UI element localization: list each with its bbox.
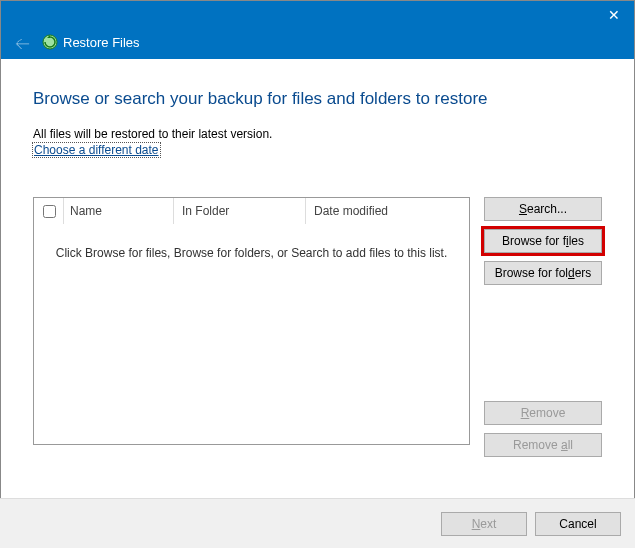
close-icon[interactable]: ✕ [608,7,620,23]
browse-files-button[interactable]: Browse for files [484,229,602,253]
page-heading: Browse or search your backup for files a… [33,89,602,109]
footer: Next Cancel [0,498,635,548]
files-list: Name In Folder Date modified Click Brows… [33,197,470,445]
select-all-checkbox[interactable] [43,205,56,218]
remove-button: Remove [484,401,602,425]
titlebar: ✕ 🡠 Restore Files [1,1,634,59]
column-checkbox[interactable] [34,198,64,224]
app-icon [41,33,59,51]
version-note: All files will be restored to their late… [33,127,602,141]
browse-folders-button[interactable]: Browse for folders [484,261,602,285]
column-in-folder[interactable]: In Folder [174,198,306,224]
next-button: Next [441,512,527,536]
choose-date-link[interactable]: Choose a different date [33,143,160,157]
search-button[interactable]: Search... [484,197,602,221]
back-icon[interactable]: 🡠 [15,35,30,52]
empty-list-hint: Click Browse for files, Browse for folde… [34,224,469,260]
column-date-modified[interactable]: Date modified [306,204,469,218]
cancel-button[interactable]: Cancel [535,512,621,536]
content-area: Browse or search your backup for files a… [1,59,634,457]
side-buttons: Search... Browse for files Browse for fo… [484,197,602,457]
list-header: Name In Folder Date modified [34,198,469,224]
remove-all-button: Remove all [484,433,602,457]
window-title: Restore Files [63,35,140,50]
column-name[interactable]: Name [64,198,174,224]
